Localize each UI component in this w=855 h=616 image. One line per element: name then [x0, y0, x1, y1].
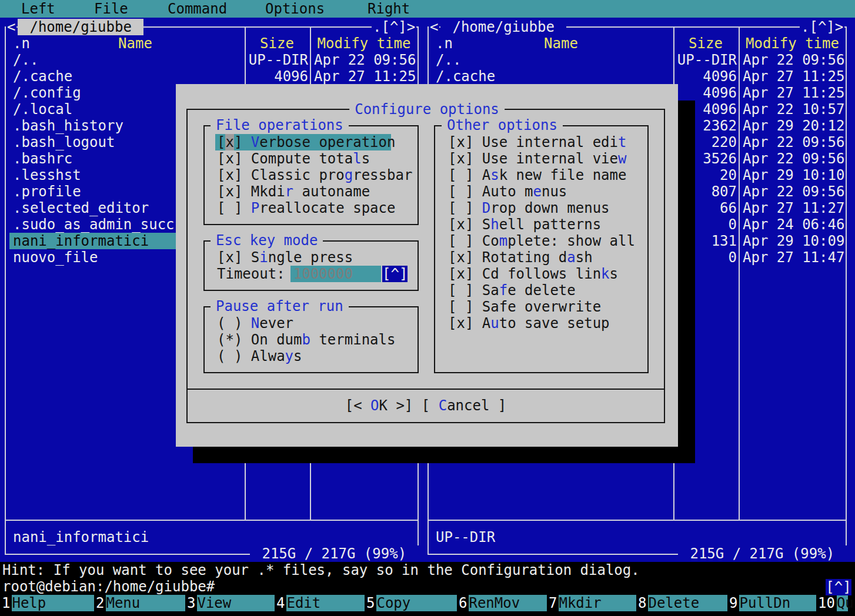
- fnkey-delete[interactable]: 8Delete: [636, 595, 699, 611]
- checkbox-complete-show-all[interactable]: [ ] Complete: show all: [448, 233, 635, 249]
- fnkey-menu[interactable]: 2Menu: [94, 595, 140, 611]
- checkbox-verbose-operation[interactable]: [x] Verbose operation: [217, 134, 395, 150]
- file-name[interactable]: nani_informatici: [13, 233, 149, 249]
- fnkey-edit[interactable]: 4Edit: [275, 595, 320, 611]
- hint-bar: Hint: If you want to see your .* files, …: [0, 562, 855, 578]
- file-name[interactable]: nuovo_file: [13, 249, 98, 266]
- menu-item-options[interactable]: Options: [265, 1, 325, 17]
- checkbox-drop-down-menus[interactable]: [ ] Drop down menus: [448, 200, 610, 216]
- file-name[interactable]: .bashrc: [13, 150, 72, 167]
- checkbox-shell-patterns[interactable]: [x] Shell patterns: [448, 216, 601, 233]
- checkbox-cd-follows-links[interactable]: [x] Cd follows links: [448, 266, 618, 282]
- menu-bar: LeftFileCommandOptionsRight: [0, 0, 855, 18]
- file-mtime: Apr 22 09:56: [743, 134, 844, 150]
- fnkey-pulldn[interactable]: 9PullDn: [727, 595, 790, 611]
- file-name[interactable]: /.config: [13, 85, 81, 101]
- fnkey-label: PullDn: [739, 595, 790, 611]
- fnkey-view[interactable]: 3View: [185, 595, 231, 611]
- fnkey-help[interactable]: 1Help: [0, 595, 46, 611]
- file-name[interactable]: .bash_logout: [13, 134, 115, 150]
- panel-right-sort-indicator[interactable]: .n: [436, 35, 453, 52]
- timeout-input[interactable]: 1000000: [290, 266, 381, 282]
- panel-left-panel-menu-icon[interactable]: .[^]>: [372, 19, 416, 35]
- hotkey-letter: y: [285, 348, 293, 364]
- panel-right-scroll-left-marker[interactable]: <: [429, 19, 439, 35]
- file-name[interactable]: .selected_editor: [13, 200, 149, 216]
- file-mtime: Apr 24 06:46: [743, 216, 844, 233]
- file-name[interactable]: /.local: [13, 101, 72, 118]
- hotkey-letter: a: [567, 249, 575, 266]
- checkbox-single-press[interactable]: [x] Single press: [217, 249, 353, 266]
- checkbox-safe-overwrite[interactable]: [ ] Safe overwrite: [448, 299, 601, 315]
- hotkey-letter: C: [439, 397, 447, 414]
- file-mtime: Apr 27 11:25: [743, 85, 844, 101]
- menu-item-file[interactable]: File: [94, 1, 128, 17]
- panel-left-title[interactable]: /home/giubbe: [18, 19, 143, 35]
- checkbox-auto-save-setup[interactable]: [x] Auto save setup: [448, 315, 610, 332]
- checkbox-preallocate-space[interactable]: [ ] Preallocate space: [217, 200, 395, 216]
- file-mtime: Apr 29 10:10: [743, 167, 844, 183]
- hotkey-letter: P: [251, 200, 259, 216]
- file-name[interactable]: /..: [13, 52, 38, 68]
- panel-right-panel-menu-icon[interactable]: .[^]>: [800, 19, 844, 35]
- fnkey-copy[interactable]: 5Copy: [365, 595, 410, 611]
- fnkey-quit[interactable]: 10Quit: [816, 595, 855, 611]
- file-name[interactable]: /.cache: [436, 68, 495, 85]
- file-name[interactable]: /.cache: [13, 68, 72, 85]
- panel-right-column-header-size[interactable]: Size: [674, 35, 737, 52]
- fnkey-mkdir[interactable]: 7Mkdir: [547, 595, 602, 611]
- checkbox-ask-new-file-name[interactable]: [ ] Ask new file name: [448, 167, 626, 183]
- hotkey-letter: e: [533, 183, 542, 200]
- ok-button[interactable]: [< OK >]: [345, 397, 413, 414]
- hotkey-letter: g: [345, 167, 353, 183]
- panel-right-title[interactable]: /home/giubbe: [440, 19, 566, 35]
- checkbox-use-internal-edit[interactable]: [x] Use internal edit: [448, 134, 626, 150]
- radio-on-dumb-terminals[interactable]: (*) On dumb terminals: [217, 332, 395, 348]
- fnkey-label: Edit: [286, 595, 320, 611]
- checkbox-auto-menus[interactable]: [ ] Auto menus: [448, 183, 567, 200]
- shell-prompt-bar[interactable]: root@debian:/home/giubbe#: [0, 578, 855, 595]
- fnkey-renmov[interactable]: 6RenMov: [457, 595, 520, 611]
- file-name[interactable]: .lesshst: [13, 167, 81, 183]
- hotkey-letter: m: [499, 233, 507, 249]
- file-name[interactable]: .bash_history: [13, 118, 123, 134]
- checkbox-safe-delete[interactable]: [ ] Safe delete: [448, 282, 576, 299]
- file-name[interactable]: /..: [436, 52, 461, 68]
- file-name[interactable]: .profile: [13, 183, 81, 200]
- checkbox-rotating-dash[interactable]: [x] Rotating dash: [448, 249, 593, 266]
- hotkey-letter: O: [370, 397, 379, 414]
- hotkey-letter: h: [490, 216, 499, 233]
- radio-always[interactable]: ( ) Always: [217, 348, 302, 364]
- panel-left-column-header-mtime[interactable]: Modify time: [312, 35, 416, 52]
- panel-right-column-header-mtime[interactable]: Modify time: [740, 35, 844, 52]
- hotkey-letter: f: [499, 282, 507, 299]
- menu-item-command[interactable]: Command: [168, 1, 227, 17]
- history-up-icon[interactable]: [^]: [826, 579, 851, 595]
- radio-never[interactable]: ( ) Never: [217, 315, 293, 332]
- hotkey-letter: w: [618, 150, 626, 167]
- fnkey-number: 4: [275, 595, 286, 611]
- hotkey-letter: b: [302, 332, 310, 348]
- function-key-bar: 1Help2Menu3View4Edit5Copy6RenMov7Mkdir8D…: [0, 595, 855, 611]
- checkbox-classic-progressbar[interactable]: [x] Classic progressbar: [217, 167, 412, 183]
- menu-item-right[interactable]: Right: [368, 1, 410, 17]
- menu-item-left[interactable]: Left: [21, 1, 55, 17]
- timeout-history-icon[interactable]: [^]: [382, 266, 408, 282]
- checkbox-compute-totals[interactable]: [x] Compute totals: [217, 150, 370, 167]
- panel-left-scroll-left-marker[interactable]: <: [6, 19, 16, 35]
- panel-right-status-divider: [429, 520, 846, 521]
- panel-left-column-header-name[interactable]: Name: [36, 35, 234, 52]
- file-size: 4096: [674, 85, 737, 101]
- file-name[interactable]: .sudo_as_admin_succ: [13, 216, 175, 233]
- panel-right-column-header-name[interactable]: Name: [459, 35, 663, 52]
- fnkey-label: Quit: [837, 595, 855, 611]
- panel-left-sort-indicator[interactable]: .n: [13, 35, 30, 52]
- checkbox-mkdir-autoname[interactable]: [x] Mkdir autoname: [217, 183, 370, 200]
- checkbox-use-internal-view[interactable]: [x] Use internal view: [448, 150, 626, 167]
- hotkey-letter: s: [490, 167, 499, 183]
- fnkey-label: View: [197, 595, 231, 611]
- shell-prompt[interactable]: root@debian:/home/giubbe#: [2, 578, 215, 595]
- panel-left-column-header-size[interactable]: Size: [246, 35, 308, 52]
- cancel-button[interactable]: [ Cancel ]: [422, 397, 507, 414]
- fnkey-number: 5: [365, 595, 376, 611]
